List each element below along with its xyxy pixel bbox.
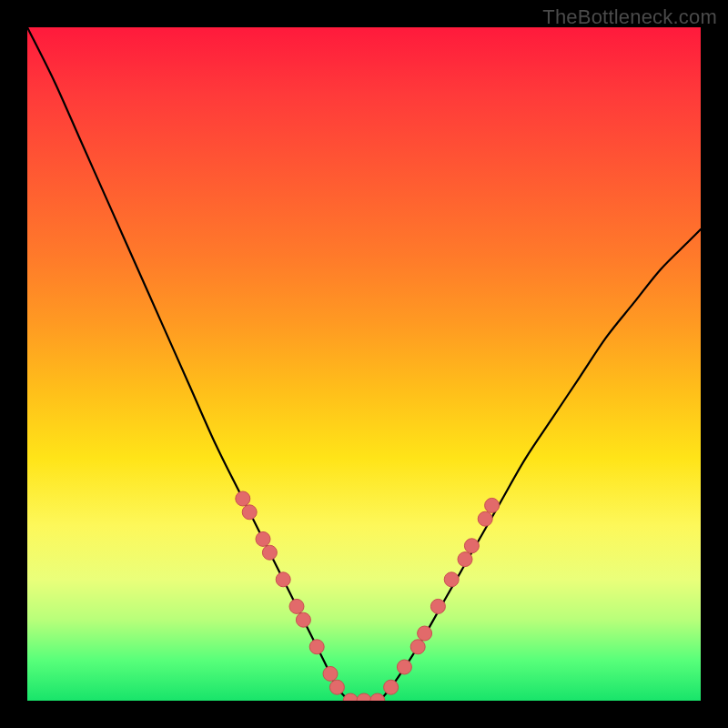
data-marker: [370, 693, 385, 701]
data-marker: [384, 680, 399, 694]
marker-layer: [236, 491, 500, 701]
data-marker: [418, 626, 432, 641]
data-marker: [256, 531, 270, 546]
data-marker: [485, 498, 500, 512]
data-marker: [309, 640, 324, 654]
bottleneck-curve: [27, 27, 701, 701]
watermark-text: TheBottleneck.com: [542, 5, 717, 29]
data-marker: [242, 505, 257, 520]
data-marker: [262, 545, 277, 560]
data-marker: [464, 539, 479, 553]
curve-layer: [27, 27, 701, 701]
data-marker: [236, 491, 250, 506]
data-marker: [430, 599, 445, 613]
plot-area: [27, 27, 701, 701]
data-marker: [444, 572, 459, 587]
data-marker: [458, 552, 472, 567]
data-marker: [329, 680, 344, 694]
chart-frame: TheBottleneck.com: [0, 0, 728, 728]
data-marker: [276, 572, 290, 587]
data-marker: [410, 640, 425, 654]
data-marker: [397, 660, 411, 674]
data-marker: [357, 693, 371, 701]
data-marker: [296, 612, 310, 627]
data-marker: [289, 599, 304, 613]
data-marker: [323, 666, 338, 681]
data-marker: [343, 693, 358, 701]
data-marker: [478, 511, 492, 526]
